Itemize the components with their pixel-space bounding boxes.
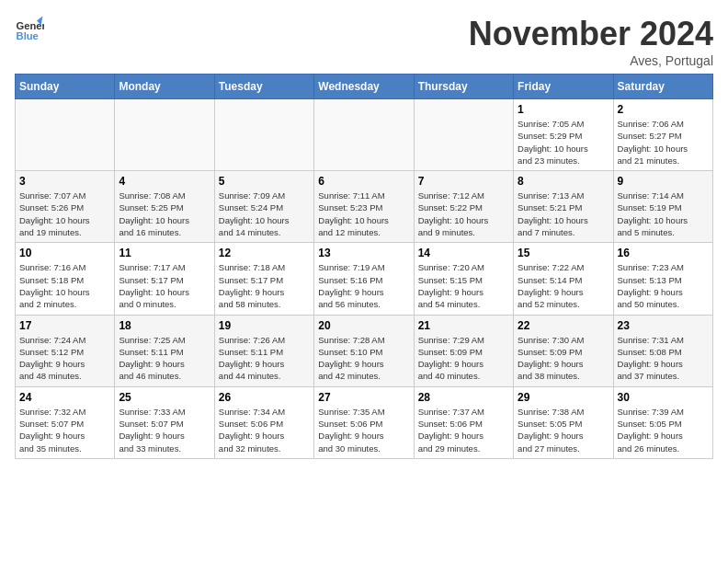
day-number: 15 — [518, 247, 609, 259]
day-number: 2 — [618, 103, 709, 116]
calendar-cell: 8Sunrise: 7:13 AM Sunset: 5:21 PM Daylig… — [514, 171, 613, 243]
calendar-cell: 1Sunrise: 7:05 AM Sunset: 5:29 PM Daylig… — [514, 99, 613, 171]
day-number: 21 — [418, 319, 509, 332]
day-number: 29 — [518, 391, 609, 404]
col-wednesday: Wednesday — [314, 75, 414, 99]
day-info: Sunrise: 7:14 AM Sunset: 5:19 PM Dayligh… — [618, 190, 709, 238]
calendar-cell — [115, 99, 214, 171]
day-info: Sunrise: 7:07 AM Sunset: 5:26 PM Dayligh… — [19, 190, 110, 238]
calendar-cell: 12Sunrise: 7:18 AM Sunset: 5:17 PM Dayli… — [214, 243, 313, 315]
calendar-cell — [314, 99, 414, 171]
calendar-cell: 29Sunrise: 7:38 AM Sunset: 5:05 PM Dayli… — [514, 386, 613, 458]
day-number: 5 — [219, 175, 310, 188]
calendar-cell: 22Sunrise: 7:30 AM Sunset: 5:09 PM Dayli… — [514, 315, 613, 386]
calendar-week-2: 3Sunrise: 7:07 AM Sunset: 5:26 PM Daylig… — [16, 171, 713, 243]
day-number: 27 — [318, 391, 409, 404]
day-number: 12 — [219, 247, 310, 259]
calendar-cell: 25Sunrise: 7:33 AM Sunset: 5:07 PM Dayli… — [115, 386, 214, 458]
calendar-week-5: 24Sunrise: 7:32 AM Sunset: 5:07 PM Dayli… — [16, 386, 713, 458]
day-info: Sunrise: 7:12 AM Sunset: 5:22 PM Dayligh… — [418, 190, 509, 238]
day-info: Sunrise: 7:06 AM Sunset: 5:27 PM Dayligh… — [618, 118, 709, 167]
col-thursday: Thursday — [414, 75, 513, 99]
calendar-cell: 23Sunrise: 7:31 AM Sunset: 5:08 PM Dayli… — [613, 315, 712, 386]
day-info: Sunrise: 7:33 AM Sunset: 5:07 PM Dayligh… — [119, 406, 210, 454]
calendar-cell: 5Sunrise: 7:09 AM Sunset: 5:24 PM Daylig… — [214, 171, 313, 243]
calendar-cell — [16, 99, 115, 171]
calendar-cell: 6Sunrise: 7:11 AM Sunset: 5:23 PM Daylig… — [314, 171, 414, 243]
col-saturday: Saturday — [613, 75, 712, 99]
day-info: Sunrise: 7:25 AM Sunset: 5:11 PM Dayligh… — [119, 334, 210, 383]
logo: General Blue — [15, 15, 44, 44]
day-number: 3 — [19, 175, 110, 188]
day-info: Sunrise: 7:17 AM Sunset: 5:17 PM Dayligh… — [119, 261, 210, 310]
calendar-week-4: 17Sunrise: 7:24 AM Sunset: 5:12 PM Dayli… — [16, 315, 713, 386]
calendar-cell: 2Sunrise: 7:06 AM Sunset: 5:27 PM Daylig… — [613, 99, 712, 171]
calendar-cell: 15Sunrise: 7:22 AM Sunset: 5:14 PM Dayli… — [514, 243, 613, 315]
day-number: 7 — [418, 175, 509, 188]
col-friday: Friday — [514, 75, 613, 99]
calendar-cell: 26Sunrise: 7:34 AM Sunset: 5:06 PM Dayli… — [214, 386, 313, 458]
day-info: Sunrise: 7:22 AM Sunset: 5:14 PM Dayligh… — [518, 261, 609, 310]
col-sunday: Sunday — [16, 75, 115, 99]
day-info: Sunrise: 7:18 AM Sunset: 5:17 PM Dayligh… — [219, 261, 310, 310]
month-title: November 2024 — [469, 15, 713, 53]
calendar-body: 1Sunrise: 7:05 AM Sunset: 5:29 PM Daylig… — [16, 99, 713, 459]
calendar-cell: 13Sunrise: 7:19 AM Sunset: 5:16 PM Dayli… — [314, 243, 414, 315]
day-number: 8 — [518, 175, 609, 188]
calendar-cell: 21Sunrise: 7:29 AM Sunset: 5:09 PM Dayli… — [414, 315, 513, 386]
svg-text:Blue: Blue — [17, 30, 39, 41]
calendar-cell: 11Sunrise: 7:17 AM Sunset: 5:17 PM Dayli… — [115, 243, 214, 315]
day-info: Sunrise: 7:30 AM Sunset: 5:09 PM Dayligh… — [518, 334, 609, 383]
day-info: Sunrise: 7:31 AM Sunset: 5:08 PM Dayligh… — [618, 334, 709, 383]
calendar-header: Sunday Monday Tuesday Wednesday Thursday… — [16, 75, 713, 99]
calendar-cell: 19Sunrise: 7:26 AM Sunset: 5:11 PM Dayli… — [214, 315, 313, 386]
day-info: Sunrise: 7:38 AM Sunset: 5:05 PM Dayligh… — [518, 406, 609, 454]
day-number: 6 — [318, 175, 409, 188]
calendar-cell: 7Sunrise: 7:12 AM Sunset: 5:22 PM Daylig… — [414, 171, 513, 243]
day-info: Sunrise: 7:32 AM Sunset: 5:07 PM Dayligh… — [19, 406, 110, 454]
calendar-cell: 16Sunrise: 7:23 AM Sunset: 5:13 PM Dayli… — [613, 243, 712, 315]
day-number: 10 — [19, 247, 110, 259]
day-info: Sunrise: 7:26 AM Sunset: 5:11 PM Dayligh… — [219, 334, 310, 383]
calendar-cell: 18Sunrise: 7:25 AM Sunset: 5:11 PM Dayli… — [115, 315, 214, 386]
day-number: 13 — [318, 247, 409, 259]
day-info: Sunrise: 7:39 AM Sunset: 5:05 PM Dayligh… — [618, 406, 709, 454]
calendar: Sunday Monday Tuesday Wednesday Thursday… — [15, 74, 713, 459]
calendar-cell: 17Sunrise: 7:24 AM Sunset: 5:12 PM Dayli… — [16, 315, 115, 386]
day-number: 11 — [119, 247, 210, 259]
day-number: 19 — [219, 319, 310, 332]
day-info: Sunrise: 7:11 AM Sunset: 5:23 PM Dayligh… — [318, 190, 409, 238]
day-info: Sunrise: 7:37 AM Sunset: 5:06 PM Dayligh… — [418, 406, 509, 454]
day-info: Sunrise: 7:24 AM Sunset: 5:12 PM Dayligh… — [19, 334, 110, 383]
calendar-cell: 4Sunrise: 7:08 AM Sunset: 5:25 PM Daylig… — [115, 171, 214, 243]
day-number: 20 — [318, 319, 409, 332]
calendar-cell: 3Sunrise: 7:07 AM Sunset: 5:26 PM Daylig… — [16, 171, 115, 243]
header: General Blue November 2024 Aves, Portuga… — [15, 15, 713, 68]
calendar-cell: 28Sunrise: 7:37 AM Sunset: 5:06 PM Dayli… — [414, 386, 513, 458]
day-number: 28 — [418, 391, 509, 404]
day-number: 9 — [618, 175, 709, 188]
day-number: 1 — [518, 103, 609, 116]
calendar-cell: 30Sunrise: 7:39 AM Sunset: 5:05 PM Dayli… — [613, 386, 712, 458]
day-info: Sunrise: 7:05 AM Sunset: 5:29 PM Dayligh… — [518, 118, 609, 167]
day-info: Sunrise: 7:35 AM Sunset: 5:06 PM Dayligh… — [318, 406, 409, 454]
logo-icon: General Blue — [15, 15, 44, 44]
day-info: Sunrise: 7:08 AM Sunset: 5:25 PM Dayligh… — [119, 190, 210, 238]
day-info: Sunrise: 7:13 AM Sunset: 5:21 PM Dayligh… — [518, 190, 609, 238]
day-info: Sunrise: 7:09 AM Sunset: 5:24 PM Dayligh… — [219, 190, 310, 238]
day-info: Sunrise: 7:19 AM Sunset: 5:16 PM Dayligh… — [318, 261, 409, 310]
calendar-cell: 24Sunrise: 7:32 AM Sunset: 5:07 PM Dayli… — [16, 386, 115, 458]
day-info: Sunrise: 7:29 AM Sunset: 5:09 PM Dayligh… — [418, 334, 509, 383]
calendar-cell — [414, 99, 513, 171]
calendar-cell: 20Sunrise: 7:28 AM Sunset: 5:10 PM Dayli… — [314, 315, 414, 386]
col-monday: Monday — [115, 75, 214, 99]
calendar-week-1: 1Sunrise: 7:05 AM Sunset: 5:29 PM Daylig… — [16, 99, 713, 171]
day-number: 14 — [418, 247, 509, 259]
location: Aves, Portugal — [469, 53, 713, 68]
calendar-cell: 14Sunrise: 7:20 AM Sunset: 5:15 PM Dayli… — [414, 243, 513, 315]
day-number: 4 — [119, 175, 210, 188]
weekday-row: Sunday Monday Tuesday Wednesday Thursday… — [16, 75, 713, 99]
day-number: 26 — [219, 391, 310, 404]
day-info: Sunrise: 7:28 AM Sunset: 5:10 PM Dayligh… — [318, 334, 409, 383]
title-area: November 2024 Aves, Portugal — [469, 15, 713, 68]
